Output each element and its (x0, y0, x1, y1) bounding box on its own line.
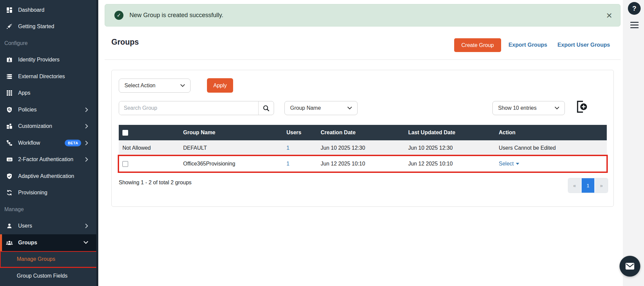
sidebar-item-external-directories[interactable]: External Directories (0, 68, 98, 85)
select-action-dropdown[interactable]: Select Action (119, 79, 191, 93)
sidebar-item-label: 2-Factor Authentication (18, 156, 73, 162)
row-action-select-dropdown[interactable]: Select (499, 161, 519, 167)
chevron-right-icon (85, 107, 88, 112)
close-icon[interactable]: × (606, 10, 612, 20)
export-file-plus-icon[interactable] (574, 99, 589, 114)
workflow-icon (6, 140, 13, 146)
check-circle-icon: ✓ (114, 11, 123, 20)
apply-button[interactable]: Apply (207, 78, 233, 93)
numeric-123-icon: 123 (6, 156, 13, 162)
sidebar-item-dashboard[interactable]: Dashboard (0, 2, 98, 18)
users-count-link[interactable]: 1 (286, 161, 289, 166)
shield-check-icon (6, 173, 13, 179)
sidebar-item-manage-groups[interactable]: Manage Groups (0, 251, 98, 268)
chevron-down-icon (555, 107, 559, 109)
sidebar-item-2-factor-authentication[interactable]: 1232-Factor Authentication (0, 151, 98, 168)
chevron-down-icon (347, 107, 352, 109)
users-count-link[interactable]: 1 (286, 145, 289, 151)
column-header-group-name: Group Name (183, 130, 286, 136)
beta-badge: BETA (65, 140, 81, 146)
groups-panel: Select Action Apply Group Name Show 10 e… (111, 70, 614, 207)
sidebar-item-policies[interactable]: Policies (0, 101, 98, 118)
shield-search-icon (6, 107, 13, 113)
sidebar-item-getting-started[interactable]: Getting Started (0, 18, 98, 35)
sidebar-nav: DashboardGetting StartedConfigureIdentit… (0, 2, 98, 284)
create-group-button[interactable]: Create Group (454, 38, 501, 52)
row-action-cell: Select (499, 161, 607, 167)
chat-support-button[interactable] (620, 256, 640, 277)
caret-down-icon (516, 163, 519, 165)
column-header-last-updated-date: Last Updated Date (408, 130, 499, 136)
dashboard-icon (6, 7, 13, 13)
sidebar-item-adaptive-authentication[interactable]: Adaptive Authentication (0, 168, 98, 185)
sidebar-item-label: Customization (18, 123, 52, 129)
success-banner: ✓ New Group is created successfully. × (105, 4, 621, 27)
sidebar-item-label: Getting Started (18, 23, 54, 30)
group-name-cell: DEFAULT (183, 145, 207, 151)
sidebar-section-manage: Manage (0, 201, 98, 218)
row-action-cell: Users Cannot be Edited (499, 145, 607, 151)
export-user-groups-link[interactable]: Export User Groups (557, 42, 610, 48)
pagination-page-1-button[interactable]: 1 (581, 178, 595, 193)
svg-text:123: 123 (8, 158, 11, 161)
sidebar-item-identity-providers[interactable]: Identity Providers (0, 52, 98, 68)
chevron-down-icon (84, 241, 88, 244)
row-action-label: Select (499, 161, 514, 167)
sidebar-section-configure: Configure (0, 35, 98, 52)
row-checkbox[interactable] (122, 161, 128, 167)
chevron-down-icon (180, 84, 185, 87)
show-entries-dropdown[interactable]: Show 10 entries (492, 101, 565, 115)
sidebar-item-label: Manage (4, 206, 24, 212)
sidebar-item-apps[interactable]: Apps (0, 85, 98, 102)
sidebar-item-group-custom-fields[interactable]: Group Custom Fields (0, 268, 98, 284)
sidebar-item-label: Configure (4, 40, 28, 46)
sidebar-item-label: Workflow (18, 140, 40, 146)
sync-icon (6, 190, 13, 196)
sidebar-item-customization[interactable]: Customization (0, 118, 98, 135)
sidebar-item-groups[interactable]: Groups (0, 234, 98, 251)
rocket-icon (6, 23, 13, 30)
column-header-action: Action (499, 130, 607, 136)
sidebar-item-label: Policies (18, 107, 37, 113)
last-updated-date-cell: Jun 10 2025 12:30 (408, 145, 453, 151)
row-first-cell: Not Allowed (119, 145, 183, 151)
sidebar-item-users[interactable]: Users (0, 218, 98, 235)
id-badge-icon (6, 57, 13, 63)
sidebar-item-label: Adaptive Authentication (18, 173, 74, 179)
sidebar-item-label: Group Custom Fields (17, 273, 67, 279)
search-icon[interactable] (258, 101, 274, 115)
sidebar-item-label: External Directories (18, 74, 65, 80)
pagination-prev-button[interactable]: « (568, 178, 581, 193)
show-entries-value: Show 10 entries (498, 105, 537, 111)
sidebar-item-label: Provisioning (18, 190, 47, 196)
envelope-icon (625, 263, 635, 270)
export-groups-link[interactable]: Export Groups (508, 42, 547, 48)
sidebar-item-label: Users (18, 223, 32, 229)
sidebar-item-provisioning[interactable]: Provisioning (0, 185, 98, 201)
server-icon (6, 74, 13, 80)
sidebar-item-label: Groups (18, 240, 37, 246)
sidebar-item-label: Apps (18, 90, 30, 96)
header-checkbox-cell (119, 130, 183, 136)
help-button[interactable]: ? (628, 2, 641, 15)
chevron-right-icon (85, 224, 88, 228)
main-content: ✓ New Group is created successfully. × G… (98, 0, 623, 286)
sidebar-item-label: Dashboard (18, 7, 44, 13)
chevron-right-icon (85, 157, 88, 162)
search-by-value: Group Name (290, 105, 321, 111)
table-summary: Showing 1 - 2 of total 2 groups (119, 180, 192, 186)
pagination-next-button[interactable]: » (595, 178, 608, 193)
search-input[interactable] (119, 101, 258, 115)
column-header-users: Users (286, 130, 321, 136)
select-all-checkbox[interactable] (122, 130, 128, 136)
hamburger-menu-icon[interactable] (630, 22, 639, 28)
user-icon (6, 223, 13, 229)
apps-grid-icon (6, 90, 13, 96)
pagination: « 1 » (568, 178, 608, 193)
sidebar-item-workflow[interactable]: WorkflowBETA (0, 135, 98, 151)
table-row-default: Not AllowedDEFAULT1Jun 10 2025 12:30Jun … (119, 140, 607, 156)
search-by-dropdown[interactable]: Group Name (284, 101, 358, 115)
right-gutter (623, 0, 644, 286)
page-title: Groups (111, 38, 139, 47)
chevron-right-icon (85, 124, 88, 129)
